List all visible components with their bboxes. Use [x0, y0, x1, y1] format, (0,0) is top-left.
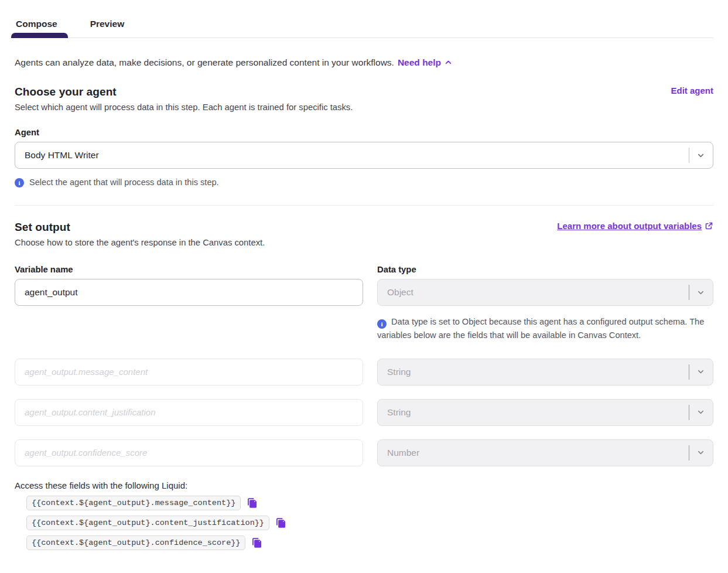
chevron-down-icon — [696, 448, 705, 457]
info-icon: i — [377, 319, 387, 329]
chevron-down-icon — [696, 408, 705, 417]
external-link-icon — [705, 221, 713, 230]
set-output-header: Set output Choose how to store the agent… — [15, 221, 713, 247]
output-variables-grid: Variable name Data type Object iData typ… — [15, 265, 713, 466]
output-field-type-select: String — [377, 359, 713, 386]
chevron-down-icon — [696, 288, 705, 297]
copy-icon — [275, 517, 286, 528]
tab-preview[interactable]: Preview — [89, 16, 126, 37]
set-output-title: Set output — [15, 221, 265, 234]
chevron-up-icon — [445, 59, 452, 66]
copy-icon — [247, 497, 258, 509]
data-type-help: iData type is set to Object because this… — [377, 315, 713, 342]
agent-select-value: Body HTML Writer — [15, 150, 689, 161]
copy-button[interactable] — [275, 517, 286, 528]
liquid-snippet: {{context.${agent_output}.message_conten… — [26, 496, 241, 510]
agent-help-text: Select the agent that will process data … — [29, 178, 219, 187]
choose-agent-header: Choose your agent Select which agent wil… — [15, 86, 713, 112]
data-type-select: Object — [377, 279, 713, 306]
output-field-type-select: String — [377, 399, 713, 426]
output-field-input: agent_output.content_justification — [15, 399, 363, 426]
choose-agent-title: Choose your agent — [15, 86, 353, 98]
data-type-label: Data type — [377, 265, 713, 274]
liquid-label: Access these fields with the following L… — [15, 480, 713, 490]
section-divider — [15, 205, 713, 206]
liquid-row: {{context.${agent_output}.content_justif… — [15, 516, 713, 530]
copy-icon — [251, 537, 262, 548]
info-icon: i — [15, 178, 24, 187]
choose-agent-subtitle: Select which agent will process data in … — [15, 103, 353, 112]
liquid-row: {{context.${agent_output}.message_conten… — [15, 496, 713, 510]
agent-help-row: i Select the agent that will process dat… — [15, 178, 713, 187]
agent-select[interactable]: Body HTML Writer — [15, 142, 713, 169]
copy-button[interactable] — [251, 537, 262, 548]
variable-name-input[interactable] — [15, 279, 363, 306]
learn-more-link[interactable]: Learn more about output variables — [557, 221, 713, 231]
output-field-input: agent_output.confidence_score — [15, 439, 363, 466]
chevron-down-icon — [696, 151, 705, 160]
liquid-snippet: {{context.${agent_output}.confidence_sco… — [26, 536, 245, 550]
chevron-down-icon — [696, 367, 705, 376]
agent-step-panel: Compose Preview Agents can analyze data,… — [0, 0, 728, 550]
data-type-value: Object — [378, 287, 689, 298]
copy-button[interactable] — [247, 497, 258, 509]
tab-preview-label: Preview — [90, 19, 125, 29]
liquid-row: {{context.${agent_output}.confidence_sco… — [15, 536, 713, 550]
tab-compose[interactable]: Compose — [15, 16, 59, 37]
need-help-link[interactable]: Need help — [398, 57, 452, 67]
output-field-input: agent_output.message_content — [15, 359, 363, 386]
tab-compose-label: Compose — [16, 19, 57, 29]
active-tab-underline — [11, 33, 68, 38]
liquid-snippet: {{context.${agent_output}.content_justif… — [26, 516, 269, 530]
agent-field-label: Agent — [15, 128, 713, 137]
tabbar: Compose Preview — [15, 16, 713, 38]
output-field-type-select: Number — [377, 439, 713, 466]
edit-agent-link[interactable]: Edit agent — [671, 86, 713, 95]
set-output-subtitle: Choose how to store the agent's response… — [15, 238, 265, 247]
intro-text: Agents can analyze data, make decisions,… — [15, 57, 713, 68]
variable-name-label: Variable name — [15, 265, 363, 274]
